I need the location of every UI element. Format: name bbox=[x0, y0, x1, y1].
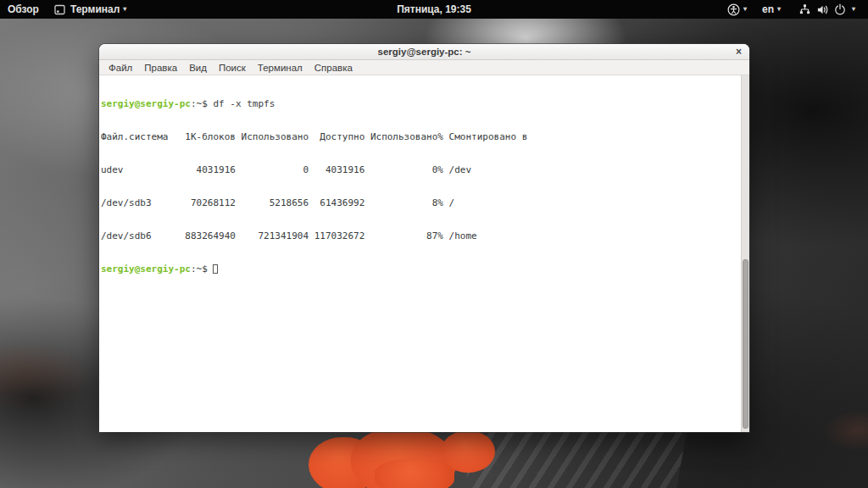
window-titlebar[interactable]: sergiy@sergiy-pc: ~ × bbox=[99, 44, 749, 60]
volume-icon bbox=[816, 3, 829, 16]
orange-flower bbox=[303, 424, 507, 488]
chevron-down-icon: ▾ bbox=[777, 6, 781, 13]
language-menu-button[interactable]: en ▾ bbox=[754, 0, 788, 19]
terminal-prompt-line: sergiy@sergiy-pc:~$ df -x tmpfs bbox=[101, 98, 739, 109]
terminal-prompt-line: sergiy@sergiy-pc:~$ bbox=[101, 263, 739, 274]
app-menu-label: Терминал bbox=[70, 3, 120, 15]
df-output-row: udev 4031916 0 4031916 0% /dev bbox=[101, 164, 739, 175]
accessibility-icon bbox=[727, 3, 740, 16]
menu-view[interactable]: Вид bbox=[183, 63, 213, 73]
app-menu-button[interactable]: Терминал ▾ bbox=[47, 0, 134, 19]
menu-terminal[interactable]: Терминал bbox=[252, 63, 309, 73]
accessibility-menu-button[interactable]: ▾ bbox=[720, 0, 754, 19]
top-bar: Обзор Терминал ▾ Пятница, 19:35 ▾ bbox=[0, 0, 868, 19]
terminal-screen[interactable]: sergiy@sergiy-pc:~$ df -x tmpfs Файл.сис… bbox=[99, 75, 749, 432]
close-button[interactable]: × bbox=[736, 47, 742, 57]
scrollbar-thumb[interactable] bbox=[743, 259, 748, 429]
terminal-cursor bbox=[213, 264, 218, 274]
desktop: Обзор Терминал ▾ Пятница, 19:35 ▾ bbox=[0, 0, 868, 488]
prompt-symbol: :~$ bbox=[191, 98, 214, 109]
prompt-user-host: sergiy@sergiy-pc bbox=[101, 263, 191, 274]
window-title: sergiy@sergiy-pc: ~ bbox=[378, 47, 471, 57]
chevron-down-icon: ▾ bbox=[743, 6, 747, 13]
df-output-row: /dev/sdb6 883264940 721341904 117032672 … bbox=[101, 230, 739, 241]
prompt-symbol: :~$ bbox=[191, 263, 214, 274]
flower-petal bbox=[375, 459, 454, 488]
language-indicator: en bbox=[762, 3, 774, 15]
terminal-app-icon bbox=[54, 4, 65, 15]
command-text: df -x tmpfs bbox=[213, 98, 275, 109]
wired-network-icon bbox=[798, 3, 811, 16]
df-output-header: Файл.система 1K-блоков Использовано Дост… bbox=[101, 131, 739, 142]
df-output-row: /dev/sdb3 70268112 5218656 61436992 8% / bbox=[101, 197, 739, 208]
terminal-window: sergiy@sergiy-pc: ~ × Файл Правка Вид По… bbox=[99, 44, 749, 432]
chevron-down-icon: ▾ bbox=[123, 6, 126, 13]
menu-help[interactable]: Справка bbox=[309, 63, 359, 73]
menu-search[interactable]: Поиск bbox=[213, 63, 252, 73]
menu-edit[interactable]: Правка bbox=[138, 63, 183, 73]
terminal-menubar: Файл Правка Вид Поиск Терминал Справка bbox=[99, 60, 749, 75]
activities-button[interactable]: Обзор bbox=[0, 0, 47, 19]
system-status-menu-button[interactable]: ▾ bbox=[788, 0, 863, 19]
terminal-scrollbar[interactable] bbox=[741, 75, 749, 432]
menu-file[interactable]: Файл bbox=[103, 63, 138, 73]
power-icon bbox=[834, 3, 846, 15]
clock[interactable]: Пятница, 19:35 bbox=[389, 0, 479, 19]
chevron-down-icon: ▾ bbox=[852, 6, 855, 13]
prompt-user-host: sergiy@sergiy-pc bbox=[101, 98, 191, 109]
